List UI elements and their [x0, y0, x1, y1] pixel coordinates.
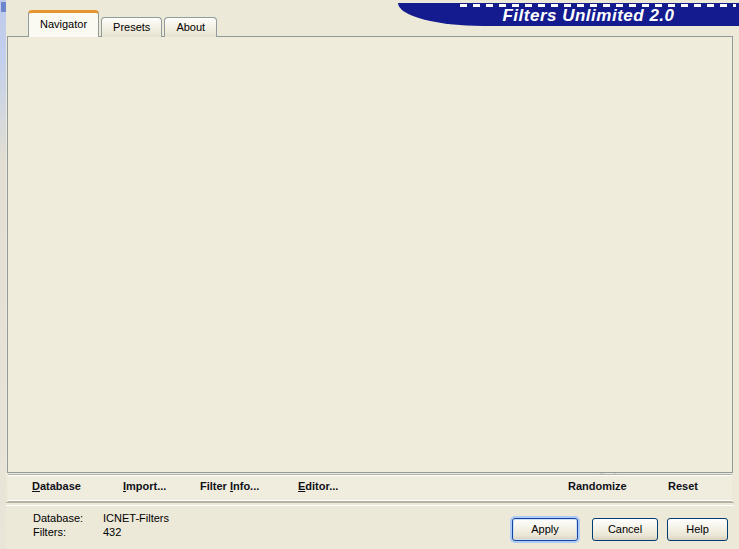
database-label-mnemonic: D — [32, 480, 40, 492]
title-banner: Filters Unlimited 2.0 — [398, 3, 739, 26]
database-label-post: atabase — [40, 480, 81, 492]
tab[interactable]: Navigator — [28, 10, 99, 37]
status-database-label: Database: — [33, 512, 83, 524]
toolbar-strip: Database Import... Filter Info... Editor… — [8, 474, 732, 501]
import-label-post: mport... — [126, 480, 166, 492]
status-database-value: ICNET-Filters — [103, 512, 169, 524]
filters-unlimited-window: Filters Unlimited 2.0 Navigator Presets … — [0, 0, 739, 549]
reset-button[interactable]: Reset — [668, 480, 698, 492]
database-button[interactable]: Database — [32, 480, 81, 492]
filter-info-button[interactable]: Filter Info... — [200, 480, 259, 492]
tab-label: About — [176, 21, 205, 33]
editor-label-post: ditor... — [305, 480, 338, 492]
divider — [6, 502, 734, 506]
window-title: Filters Unlimited 2.0 — [438, 6, 739, 26]
cancel-button[interactable]: Cancel — [592, 518, 658, 541]
tab-bar: Navigator Presets About — [7, 13, 217, 37]
filter-info-label-post: nfo... — [233, 480, 259, 492]
apply-button[interactable]: Apply — [512, 518, 578, 541]
help-button[interactable]: Help — [667, 518, 728, 541]
navigator-tab-pane — [7, 36, 733, 473]
background-window-edge — [0, 0, 6, 549]
import-button[interactable]: Import... — [123, 480, 166, 492]
randomize-button[interactable]: Randomize — [568, 480, 627, 492]
editor-button[interactable]: Editor... — [298, 480, 338, 492]
tab[interactable]: Presets — [101, 17, 162, 37]
tab-label: Presets — [113, 21, 150, 33]
filter-info-label-pre: Filter — [200, 480, 230, 492]
tab-label: Navigator — [40, 18, 87, 30]
status-filters-label: Filters: — [33, 526, 66, 538]
tab[interactable]: About — [164, 17, 217, 37]
status-filters-value: 432 — [103, 526, 121, 538]
